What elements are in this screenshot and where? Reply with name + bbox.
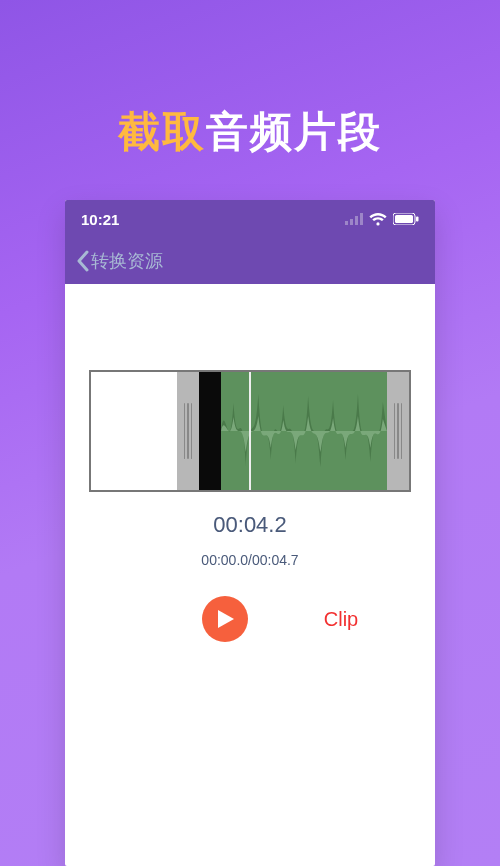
waveform-svg: [221, 372, 387, 490]
current-time: 00:04.2: [65, 512, 435, 538]
status-icons: [345, 213, 419, 226]
waveform-gap: [199, 372, 221, 490]
svg-rect-3: [360, 213, 363, 225]
cellular-icon: [345, 213, 363, 225]
svg-rect-1: [350, 219, 353, 225]
status-bar: 10:21: [65, 200, 435, 238]
svg-rect-6: [416, 217, 419, 222]
status-time: 10:21: [81, 211, 119, 228]
promo-background: 截取音频片段 10:21: [0, 0, 500, 866]
waveform-empty-region: [91, 372, 177, 490]
wifi-icon: [369, 213, 387, 226]
playhead[interactable]: [249, 372, 251, 490]
play-icon: [218, 610, 234, 628]
back-button[interactable]: 转换资源: [75, 249, 163, 273]
svg-marker-8: [218, 610, 234, 628]
promo-headline: 截取音频片段: [0, 104, 500, 160]
nav-bar: 转换资源: [65, 238, 435, 284]
svg-rect-0: [345, 221, 348, 225]
trim-handle-left[interactable]: [177, 372, 199, 490]
svg-rect-5: [395, 215, 413, 223]
svg-rect-2: [355, 216, 358, 225]
waveform-track[interactable]: [89, 370, 411, 492]
battery-icon: [393, 213, 419, 225]
chevron-left-icon: [75, 250, 91, 272]
phone-frame: 10:21: [65, 200, 435, 866]
clip-button[interactable]: Clip: [324, 608, 358, 631]
time-range: 00:00.0/00:04.7: [65, 552, 435, 568]
headline-rest: 音频片段: [206, 108, 382, 155]
clip-label: Clip: [324, 608, 358, 630]
headline-accent: 截取: [118, 108, 206, 155]
play-button[interactable]: [202, 596, 248, 642]
editor-content: 00:04.2 00:00.0/00:04.7 Clip: [65, 284, 435, 642]
waveform-audio-region[interactable]: [221, 372, 387, 490]
controls-row: Clip: [65, 596, 435, 642]
back-label: 转换资源: [91, 249, 163, 273]
trim-handle-right[interactable]: [387, 372, 409, 490]
